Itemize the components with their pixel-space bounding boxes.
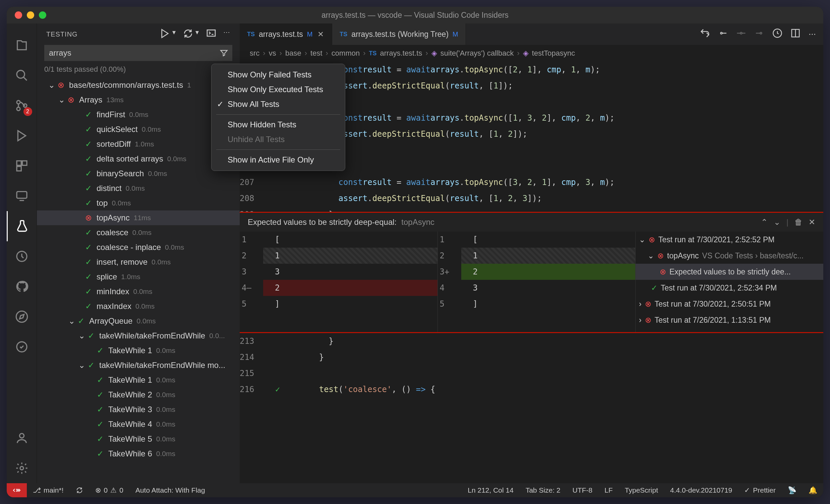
revert-icon[interactable] [772, 28, 783, 40]
tree-test-row[interactable]: ✓maxIndex0.0ms [37, 299, 240, 314]
code-line[interactable]: assert.deepStrictEqual(result, [1]); [290, 78, 823, 94]
show-output-button[interactable] [206, 28, 217, 40]
menu-item[interactable]: Show in Active File Only [212, 153, 345, 167]
tree-test-row[interactable]: ✓TakeWhile 50.0ms [37, 432, 240, 446]
ts-version[interactable]: 4.4.0-dev.20210719 [664, 486, 738, 494]
testing-icon[interactable] [7, 211, 37, 241]
menu-item[interactable]: Show Only Executed Tests [212, 82, 345, 97]
tree-test-row[interactable]: ✓TakeWhile 20.0ms [37, 388, 240, 402]
problems-status[interactable]: ⊗ 0 ⚠ 0 [89, 486, 129, 494]
tree-test-row[interactable]: ✓delta sorted arrays0.0ms [37, 152, 240, 166]
search-icon[interactable] [7, 60, 37, 91]
tree-suite-row[interactable]: ⌄ ✓ takeWhile/takeFromEndWhile mo... [37, 358, 240, 373]
explorer-icon[interactable] [7, 30, 37, 60]
split-editor-icon[interactable] [791, 28, 800, 40]
test-run-row[interactable]: › ⊗Test run at 7/30/2021, 2:50:51 PM [636, 296, 823, 312]
close-window-button[interactable] [15, 11, 22, 19]
tree-test-row[interactable]: ✓coalesce - inplace0.0ms [37, 240, 240, 255]
tree-test-row[interactable]: ✓ TakeWhile 1 0.0ms [37, 343, 240, 358]
more-icon[interactable]: ⋯ [808, 30, 816, 38]
tree-test-row[interactable]: ✓distinct0.0ms [37, 181, 240, 196]
tree-test-row[interactable]: ✓TakeWhile 40.0ms [37, 417, 240, 432]
filter-menu-button[interactable] [216, 45, 232, 61]
scm-icon[interactable]: 2 [7, 91, 37, 121]
code-line[interactable]: const result = await arrays.topAsync([2,… [290, 62, 823, 78]
tree-file-row[interactable]: ⌄ ⊗ base/test/common/arrays.test.ts 1 [37, 78, 240, 93]
collapse-icon[interactable]: ⌃ [761, 217, 768, 227]
close-tab-button[interactable]: ✕ [316, 30, 324, 39]
test-run-row[interactable]: ⊗Expected values to be strictly dee... [636, 264, 823, 280]
cursor-position[interactable]: Ln 212, Col 14 [461, 486, 519, 494]
tree-test-row[interactable]: ✓findFirst0.0ms [37, 107, 240, 122]
editor-tab[interactable]: TS arrays.test.ts M ✕ [240, 24, 332, 45]
test-run-row[interactable]: › ✓Test run at 7/15/2021, 4:02:56 PM [636, 328, 823, 332]
minimize-window-button[interactable] [27, 11, 34, 19]
next-change-icon[interactable] [754, 28, 764, 40]
tree-test-row[interactable]: ✓sortedDiff1.0ms [37, 137, 240, 152]
run-dropdown[interactable]: ▾ [172, 28, 176, 40]
eol[interactable]: LF [598, 486, 619, 494]
test-gutter-pass-icon[interactable]: ✓ [275, 381, 280, 397]
refresh-button[interactable] [183, 28, 193, 40]
code-line[interactable]: ✓ test('coalesce', () => { [290, 381, 823, 397]
more-button[interactable]: ⋯ [223, 28, 230, 40]
maximize-window-button[interactable] [39, 11, 46, 19]
auto-attach-status[interactable]: Auto Attach: With Flag [129, 486, 211, 494]
code-line[interactable]: assert.deepStrictEqual(result, [1, 2]); [290, 126, 823, 142]
test-run-row[interactable]: › ⊗Test run at 7/26/2021, 1:13:51 PM [636, 312, 823, 328]
code-line[interactable]: } [290, 349, 823, 365]
tree-suite-row[interactable]: ⌄ ✓ ArrayQueue 0.0ms [37, 314, 240, 328]
code-line[interactable] [290, 365, 823, 381]
tree-test-row[interactable]: ✓binarySearch0.0ms [37, 166, 240, 181]
trash-icon[interactable]: 🗑 [795, 217, 802, 227]
encoding[interactable]: UTF-8 [567, 486, 599, 494]
branch-status[interactable]: ⎇ main*! [27, 486, 70, 494]
tab-size[interactable]: Tab Size: 2 [519, 486, 567, 494]
tree-test-row[interactable]: ✓top0.0ms [37, 196, 240, 210]
feedback-icon[interactable]: 📡 [782, 486, 802, 494]
close-icon[interactable]: ✕ [808, 217, 815, 227]
accounts-icon[interactable] [7, 423, 37, 453]
history-icon[interactable] [7, 241, 37, 271]
tree-test-row[interactable]: ✓splice1.0ms [37, 269, 240, 284]
code-line[interactable] [290, 142, 823, 158]
expand-icon[interactable]: ⌄ [774, 217, 780, 227]
filter-input[interactable] [44, 45, 216, 61]
github-icon[interactable] [7, 271, 37, 302]
menu-item[interactable]: Show All Tests [212, 97, 345, 111]
run-all-button[interactable] [160, 28, 170, 40]
menu-item[interactable]: Show Hidden Tests [212, 117, 345, 132]
run-icon[interactable] [7, 121, 37, 151]
editor-tab[interactable]: TS arrays.test.ts (Working Tree) M [332, 24, 466, 45]
menu-item[interactable]: Show Only Failed Tests [212, 67, 345, 82]
tree-test-row[interactable]: ✓coalesce0.0ms [37, 225, 240, 240]
refresh-dropdown[interactable]: ▾ [195, 28, 199, 40]
code-line[interactable]: { [290, 158, 823, 174]
tree-test-row[interactable]: ✓TakeWhile 60.0ms [37, 446, 240, 461]
extensions-icon[interactable] [7, 151, 37, 181]
tree-test-row[interactable]: ✓insert, remove0.0ms [37, 255, 240, 269]
code-line[interactable]: assert.deepStrictEqual(result, [1, 2, 3]… [290, 190, 823, 206]
bell-icon[interactable]: 🔔 [802, 486, 823, 494]
tree-suite-row[interactable]: ⌄ ✓ takeWhile/takeFromEndWhile 0.0... [37, 328, 240, 343]
prev-change-icon[interactable] [718, 28, 728, 40]
tree-test-row[interactable]: ✓minIndex0.0ms [37, 284, 240, 299]
tree-suite-row[interactable]: ⌄ ⊗ Arrays 13ms [37, 93, 240, 107]
test-run-row[interactable]: ⌄ ⊗Test run at 7/30/2021, 2:52:52 PM [636, 232, 823, 248]
remote-icon[interactable] [7, 181, 37, 211]
tree-test-row[interactable]: ✓TakeWhile 30.0ms [37, 402, 240, 417]
prettier-status[interactable]: ✓ Prettier [738, 486, 782, 494]
tree-test-row[interactable]: ✓quickSelect0.0ms [37, 122, 240, 137]
sync-status[interactable] [70, 486, 89, 494]
code-line[interactable]: } [290, 333, 823, 349]
commit-icon[interactable] [736, 28, 746, 40]
language-mode[interactable]: TypeScript [619, 486, 664, 494]
tree-test-row[interactable]: ⊗topAsync11ms [37, 210, 240, 225]
code-line[interactable]: const result = await arrays.topAsync([1,… [290, 110, 823, 126]
breadcrumb[interactable]: src› vs› base› test› common› TS arrays.t… [240, 45, 823, 62]
tree-test-row[interactable]: ✓TakeWhile 10.0ms [37, 373, 240, 388]
code-line[interactable] [290, 94, 823, 110]
code-editor-below[interactable]: 213214215216 } }✓ test('coalesce', () =>… [240, 333, 823, 483]
test-run-row[interactable]: ⌄ ⊗topAsyncVS Code Tests › base/test/c..… [636, 248, 823, 264]
compass-icon[interactable] [7, 302, 37, 332]
